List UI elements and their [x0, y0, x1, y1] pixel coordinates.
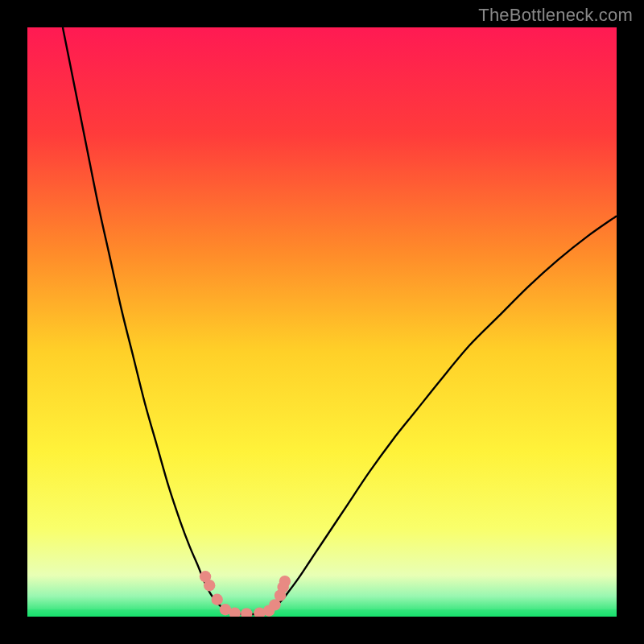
green-band: [27, 609, 617, 617]
data-marker: [212, 594, 223, 605]
data-marker: [204, 580, 215, 591]
bottleneck-chart: [27, 27, 617, 617]
plot-area: [27, 27, 617, 617]
heat-gradient-background: [27, 27, 617, 617]
data-marker: [279, 576, 291, 587]
chart-frame: TheBottleneck.com: [0, 0, 644, 644]
watermark-label: TheBottleneck.com: [478, 5, 633, 26]
